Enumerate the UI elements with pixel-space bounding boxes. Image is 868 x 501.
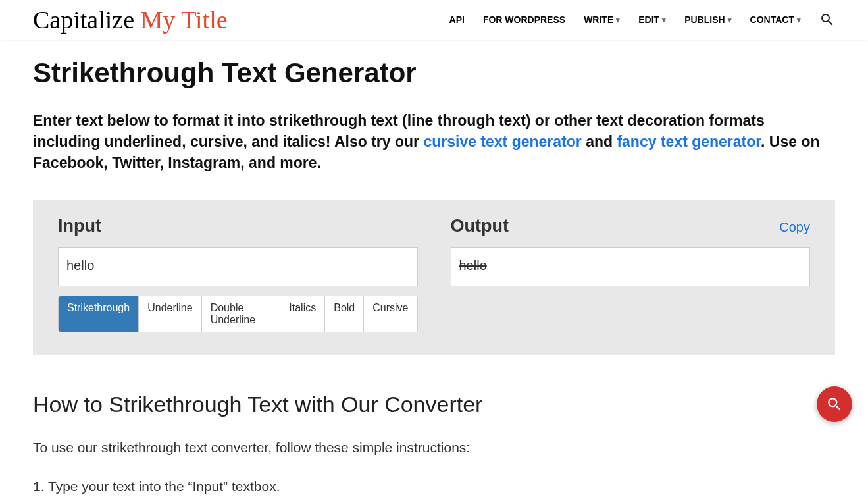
input-header: Input — [58, 216, 418, 236]
nav-write[interactable]: WRITE▾ — [584, 14, 620, 25]
btn-cursive[interactable]: Cursive — [364, 296, 417, 332]
output-header: Output Copy — [451, 216, 811, 236]
format-buttons: Strikethrough Underline Double Underline… — [58, 296, 418, 332]
nav-publish[interactable]: PUBLISH▾ — [684, 14, 731, 25]
chevron-down-icon: ▾ — [728, 16, 732, 24]
copy-button[interactable]: Copy — [779, 220, 810, 235]
output-textbox[interactable]: hello — [451, 247, 811, 286]
input-column: Input hello Strikethrough Underline Doub… — [58, 216, 418, 332]
howto-intro: To use our strikethrough text converter,… — [33, 437, 507, 458]
link-fancy-generator[interactable]: fancy text generator — [617, 133, 761, 150]
nav-contact[interactable]: CONTACT▾ — [750, 14, 801, 25]
output-text: hello — [459, 258, 487, 273]
btn-italics[interactable]: Italics — [280, 296, 325, 332]
output-column: Output Copy hello — [451, 216, 811, 332]
chevron-down-icon: ▾ — [616, 16, 620, 24]
site-header: Capitalize My Title API FOR WORDPRESS WR… — [0, 0, 868, 40]
howto-title: How to Strikethrough Text with Our Conve… — [33, 392, 835, 417]
nav-wordpress[interactable]: FOR WORDPRESS — [483, 14, 565, 25]
converter-tool: Input hello Strikethrough Underline Doub… — [33, 200, 835, 355]
nav-api[interactable]: API — [449, 14, 465, 25]
nav-edit[interactable]: EDIT▾ — [638, 14, 666, 25]
input-textbox[interactable]: hello — [58, 247, 418, 286]
btn-bold[interactable]: Bold — [325, 296, 364, 332]
main-nav: API FOR WORDPRESS WRITE▾ EDIT▾ PUBLISH▾ … — [449, 12, 835, 28]
btn-underline[interactable]: Underline — [139, 296, 201, 332]
output-label: Output — [451, 216, 509, 236]
btn-double-underline[interactable]: Double Underline — [202, 296, 281, 332]
main-content: Strikethrough Text Generator Enter text … — [0, 40, 868, 501]
btn-strikethrough[interactable]: Strikethrough — [59, 296, 139, 332]
page-title: Strikethrough Text Generator — [33, 57, 835, 89]
logo-part1: Capitalize — [33, 6, 134, 34]
site-logo[interactable]: Capitalize My Title — [33, 5, 228, 34]
input-label: Input — [58, 216, 101, 236]
search-icon[interactable] — [819, 12, 835, 28]
search-icon — [826, 396, 843, 413]
logo-part2: My Title — [141, 6, 228, 34]
chevron-down-icon: ▾ — [797, 16, 801, 24]
fab-search-button[interactable] — [817, 386, 852, 422]
intro-paragraph: Enter text below to format it into strik… — [33, 110, 835, 174]
link-cursive-generator[interactable]: cursive text generator — [423, 133, 581, 150]
chevron-down-icon: ▾ — [662, 16, 666, 24]
howto-step-1: 1. Type your text into the “Input” textb… — [33, 476, 835, 497]
